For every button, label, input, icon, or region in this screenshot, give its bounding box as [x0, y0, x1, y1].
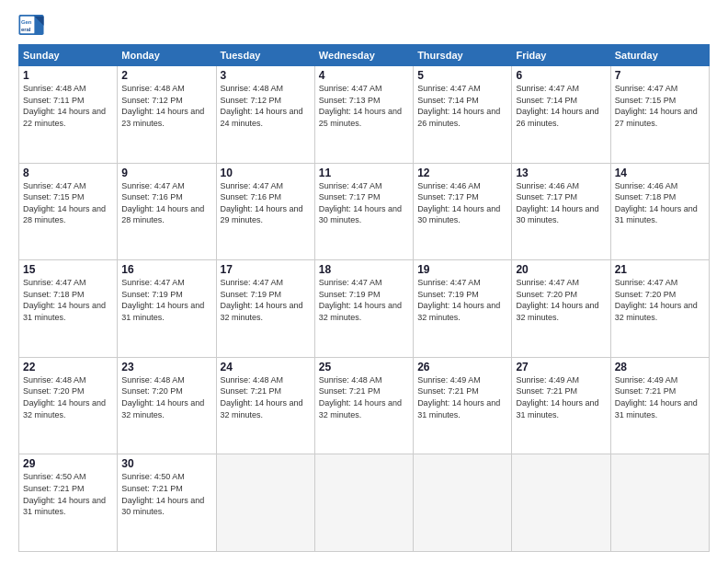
day-number: 25 [319, 361, 409, 373]
calendar-body: 1Sunrise: 4:48 AMSunset: 7:11 PMDaylight… [19, 66, 710, 552]
day-number: 22 [23, 361, 113, 373]
day-info: Sunrise: 4:49 AMSunset: 7:21 PMDaylight:… [417, 374, 507, 420]
day-info: Sunrise: 4:47 AMSunset: 7:19 PMDaylight:… [221, 277, 311, 323]
day-number: 6 [516, 69, 606, 82]
day-info: Sunrise: 4:47 AMSunset: 7:19 PMDaylight:… [319, 277, 409, 323]
calendar-day-cell [610, 454, 709, 552]
calendar-day-cell: 24Sunrise: 4:48 AMSunset: 7:21 PMDayligh… [216, 357, 314, 454]
day-info: Sunrise: 4:47 AMSunset: 7:14 PMDaylight:… [417, 83, 507, 129]
day-number: 21 [615, 263, 705, 276]
day-number: 5 [417, 69, 507, 82]
day-number: 27 [516, 361, 606, 373]
calendar-day-cell: 29Sunrise: 4:50 AMSunset: 7:21 PMDayligh… [19, 454, 118, 552]
calendar-day-cell [314, 454, 413, 552]
day-number: 2 [121, 69, 211, 82]
day-info: Sunrise: 4:46 AMSunset: 7:18 PMDaylight:… [615, 180, 705, 226]
header-row: Gen eral [18, 15, 710, 35]
day-info: Sunrise: 4:48 AMSunset: 7:20 PMDaylight:… [23, 374, 113, 420]
day-info: Sunrise: 4:48 AMSunset: 7:11 PMDaylight:… [23, 83, 113, 129]
day-info: Sunrise: 4:47 AMSunset: 7:19 PMDaylight:… [417, 277, 507, 323]
day-info: Sunrise: 4:47 AMSunset: 7:16 PMDaylight:… [121, 180, 211, 226]
day-number: 26 [417, 361, 507, 373]
day-number: 12 [417, 167, 507, 179]
calendar-day-cell [512, 454, 610, 552]
day-number: 19 [417, 263, 507, 276]
calendar-day-cell: 30Sunrise: 4:50 AMSunset: 7:21 PMDayligh… [118, 454, 216, 552]
calendar-header: SundayMondayTuesdayWednesdayThursdayFrid… [19, 45, 710, 66]
calendar-day-cell: 21Sunrise: 4:47 AMSunset: 7:20 PMDayligh… [610, 260, 709, 358]
day-number: 3 [221, 69, 311, 82]
day-info: Sunrise: 4:47 AMSunset: 7:17 PMDaylight:… [319, 180, 409, 226]
day-number: 9 [121, 167, 211, 179]
day-number: 8 [23, 167, 113, 179]
day-info: Sunrise: 4:48 AMSunset: 7:20 PMDaylight:… [121, 374, 211, 420]
day-number: 11 [319, 167, 409, 179]
calendar-day-cell: 3Sunrise: 4:48 AMSunset: 7:12 PMDaylight… [216, 66, 314, 164]
day-info: Sunrise: 4:47 AMSunset: 7:15 PMDaylight:… [23, 180, 113, 226]
calendar-day-cell: 19Sunrise: 4:47 AMSunset: 7:19 PMDayligh… [414, 260, 512, 358]
day-info: Sunrise: 4:48 AMSunset: 7:12 PMDaylight:… [121, 83, 211, 129]
day-number: 4 [319, 69, 409, 82]
calendar-day-cell: 6Sunrise: 4:47 AMSunset: 7:14 PMDaylight… [512, 66, 610, 164]
calendar-week-row: 22Sunrise: 4:48 AMSunset: 7:20 PMDayligh… [19, 357, 710, 454]
calendar-day-cell: 17Sunrise: 4:47 AMSunset: 7:19 PMDayligh… [216, 260, 314, 358]
day-info: Sunrise: 4:46 AMSunset: 7:17 PMDaylight:… [417, 180, 507, 226]
day-info: Sunrise: 4:47 AMSunset: 7:18 PMDaylight:… [23, 277, 113, 323]
calendar-day-cell: 7Sunrise: 4:47 AMSunset: 7:15 PMDaylight… [610, 66, 709, 164]
calendar-day-cell: 22Sunrise: 4:48 AMSunset: 7:20 PMDayligh… [19, 357, 118, 454]
calendar-day-cell: 2Sunrise: 4:48 AMSunset: 7:12 PMDaylight… [118, 66, 216, 164]
calendar-day-cell: 4Sunrise: 4:47 AMSunset: 7:13 PMDaylight… [314, 66, 413, 164]
calendar-day-cell: 8Sunrise: 4:47 AMSunset: 7:15 PMDaylight… [19, 163, 118, 260]
day-info: Sunrise: 4:50 AMSunset: 7:21 PMDaylight:… [23, 471, 113, 517]
calendar-header-cell: Wednesday [314, 45, 413, 66]
calendar-day-cell: 14Sunrise: 4:46 AMSunset: 7:18 PMDayligh… [610, 163, 709, 260]
calendar-day-cell: 20Sunrise: 4:47 AMSunset: 7:20 PMDayligh… [512, 260, 610, 358]
calendar-week-row: 29Sunrise: 4:50 AMSunset: 7:21 PMDayligh… [19, 454, 710, 552]
day-number: 17 [221, 263, 311, 276]
day-number: 30 [121, 457, 211, 470]
calendar-day-cell: 10Sunrise: 4:47 AMSunset: 7:16 PMDayligh… [216, 163, 314, 260]
calendar-day-cell: 11Sunrise: 4:47 AMSunset: 7:17 PMDayligh… [314, 163, 413, 260]
day-number: 10 [221, 167, 311, 179]
calendar-header-row: SundayMondayTuesdayWednesdayThursdayFrid… [19, 45, 710, 66]
day-info: Sunrise: 4:49 AMSunset: 7:21 PMDaylight:… [615, 374, 705, 420]
day-info: Sunrise: 4:47 AMSunset: 7:19 PMDaylight:… [121, 277, 211, 323]
day-info: Sunrise: 4:47 AMSunset: 7:14 PMDaylight:… [516, 83, 606, 129]
day-number: 13 [516, 167, 606, 179]
day-number: 28 [615, 361, 705, 373]
calendar-day-cell: 12Sunrise: 4:46 AMSunset: 7:17 PMDayligh… [414, 163, 512, 260]
calendar-day-cell: 18Sunrise: 4:47 AMSunset: 7:19 PMDayligh… [314, 260, 413, 358]
day-number: 15 [23, 263, 113, 276]
day-number: 24 [221, 361, 311, 373]
calendar-day-cell: 27Sunrise: 4:49 AMSunset: 7:21 PMDayligh… [512, 357, 610, 454]
day-number: 29 [23, 457, 113, 470]
day-number: 14 [615, 167, 705, 179]
day-info: Sunrise: 4:50 AMSunset: 7:21 PMDaylight:… [121, 471, 211, 517]
calendar-day-cell: 26Sunrise: 4:49 AMSunset: 7:21 PMDayligh… [414, 357, 512, 454]
day-info: Sunrise: 4:48 AMSunset: 7:12 PMDaylight:… [221, 83, 311, 129]
calendar-day-cell: 15Sunrise: 4:47 AMSunset: 7:18 PMDayligh… [19, 260, 118, 358]
day-info: Sunrise: 4:47 AMSunset: 7:20 PMDaylight:… [516, 277, 606, 323]
day-info: Sunrise: 4:46 AMSunset: 7:17 PMDaylight:… [516, 180, 606, 226]
svg-text:eral: eral [21, 27, 31, 32]
calendar-day-cell: 9Sunrise: 4:47 AMSunset: 7:16 PMDaylight… [118, 163, 216, 260]
calendar-day-cell [414, 454, 512, 552]
calendar-week-row: 8Sunrise: 4:47 AMSunset: 7:15 PMDaylight… [19, 163, 710, 260]
day-number: 18 [319, 263, 409, 276]
calendar-header-cell: Sunday [19, 45, 118, 66]
calendar-week-row: 1Sunrise: 4:48 AMSunset: 7:11 PMDaylight… [19, 66, 710, 164]
logo: Gen eral [18, 15, 48, 35]
day-info: Sunrise: 4:48 AMSunset: 7:21 PMDaylight:… [319, 374, 409, 420]
day-info: Sunrise: 4:47 AMSunset: 7:20 PMDaylight:… [615, 277, 705, 323]
calendar-week-row: 15Sunrise: 4:47 AMSunset: 7:18 PMDayligh… [19, 260, 710, 358]
calendar-header-cell: Thursday [414, 45, 512, 66]
calendar-header-cell: Friday [512, 45, 610, 66]
day-number: 20 [516, 263, 606, 276]
calendar-table: SundayMondayTuesdayWednesdayThursdayFrid… [18, 44, 710, 552]
calendar-header-cell: Saturday [610, 45, 709, 66]
calendar-day-cell: 16Sunrise: 4:47 AMSunset: 7:19 PMDayligh… [118, 260, 216, 358]
day-info: Sunrise: 4:47 AMSunset: 7:15 PMDaylight:… [615, 83, 705, 129]
day-info: Sunrise: 4:47 AMSunset: 7:16 PMDaylight:… [221, 180, 311, 226]
calendar-day-cell: 23Sunrise: 4:48 AMSunset: 7:20 PMDayligh… [118, 357, 216, 454]
day-info: Sunrise: 4:47 AMSunset: 7:13 PMDaylight:… [319, 83, 409, 129]
